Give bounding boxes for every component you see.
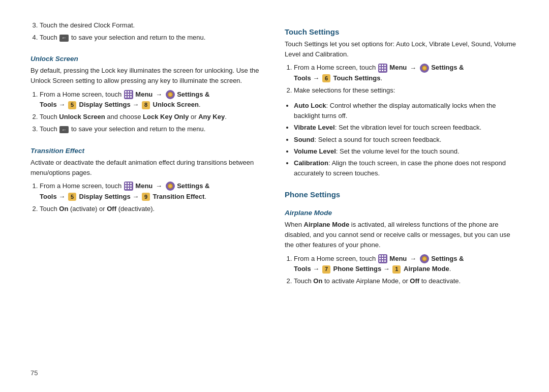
- intro-step-4: Touch ← to save your selection and retur…: [40, 33, 264, 43]
- back-icon-2: ←: [59, 126, 69, 133]
- menu-label: Menu: [135, 91, 152, 98]
- menu-icon: [124, 90, 133, 99]
- unlock-step-2: Touch Unlock Screen and choose Lock Key …: [40, 112, 264, 122]
- arrow1: →: [156, 91, 162, 98]
- unlock-step-3: Touch ← to save your selection and retur…: [40, 124, 264, 134]
- back-icon: ←: [59, 35, 69, 42]
- phone-settings-heading: Phone Settings: [285, 190, 518, 199]
- badge-5b: 5: [68, 193, 76, 201]
- touch-settings-bullets: Auto Lock: Control whether the display a…: [294, 101, 518, 180]
- badge-7: 7: [322, 265, 330, 274]
- tools-label: Tools →: [40, 101, 65, 108]
- unlock-step-1: From a Home screen, touch Menu → Setting…: [40, 89, 264, 110]
- badge-5: 5: [68, 101, 76, 109]
- transition-step-2: Touch On (activate) or Off (deactivate).: [40, 204, 264, 214]
- right-column: Touch Settings Touch Settings let you se…: [285, 20, 518, 372]
- bullet-calibration: Calibration: Align the touch screen, in …: [294, 158, 518, 178]
- unlock-screen-heading: Unlock Screen: [30, 55, 264, 63]
- touch-settings-heading: Touch Settings: [285, 27, 518, 36]
- page: Touch the desired Clock Format. Touch ← …: [0, 0, 549, 392]
- settings-icon-3: [420, 64, 429, 73]
- menu-icon-3: [378, 64, 387, 73]
- settings-icon: [166, 90, 175, 99]
- touch-settings-description: Touch Settings let you set options for: …: [285, 39, 518, 59]
- bullet-vibrate: Vibrate Level: Set the vibration level f…: [294, 123, 518, 133]
- touch-step-2: Make selections for these settings:: [294, 85, 518, 96]
- bullet-sound: Sound: Select a sound for touch screen f…: [294, 135, 518, 145]
- display-settings-label: Display Settings →: [79, 101, 139, 108]
- touch-step-1: From a Home screen, touch Menu → Setting…: [294, 63, 518, 83]
- bullet-volume: Volume Level: Set the volume level for t…: [294, 146, 518, 157]
- transition-effect-heading: Transition Effect: [30, 147, 264, 155]
- unlock-screen-description: By default, pressing the Lock key illumi…: [30, 66, 264, 86]
- left-column: Touch the desired Clock Format. Touch ← …: [30, 20, 264, 372]
- page-number: 75: [30, 369, 38, 377]
- settings-icon-2: [166, 182, 175, 191]
- badge-1: 1: [392, 265, 401, 274]
- settings-icon-4: [420, 254, 429, 263]
- menu-icon-4: [378, 254, 387, 263]
- unlock-screen-label: Unlock Screen: [153, 101, 199, 108]
- menu-icon-2: [124, 182, 133, 191]
- bullet-autolock: Auto Lock: Control whether the display a…: [294, 101, 518, 121]
- airplane-mode-heading: Airplane Mode: [285, 209, 518, 217]
- settings-label: Settings &: [177, 91, 209, 98]
- transition-effect-description: Activate or deactivate the default anima…: [30, 158, 264, 178]
- airplane-step-2: Touch On to activate Airplane Mode, or O…: [294, 276, 518, 286]
- transition-step-1: From a Home screen, touch Menu → Setting…: [40, 181, 264, 202]
- badge-9: 9: [142, 193, 150, 201]
- badge-6: 6: [322, 74, 330, 82]
- airplane-step-1: From a Home screen, touch Menu → Setting…: [294, 254, 518, 275]
- airplane-mode-description: When Airplane Mode is activated, all wir…: [285, 220, 518, 250]
- badge-8: 8: [142, 101, 150, 109]
- intro-step-3: Touch the desired Clock Format.: [40, 20, 264, 31]
